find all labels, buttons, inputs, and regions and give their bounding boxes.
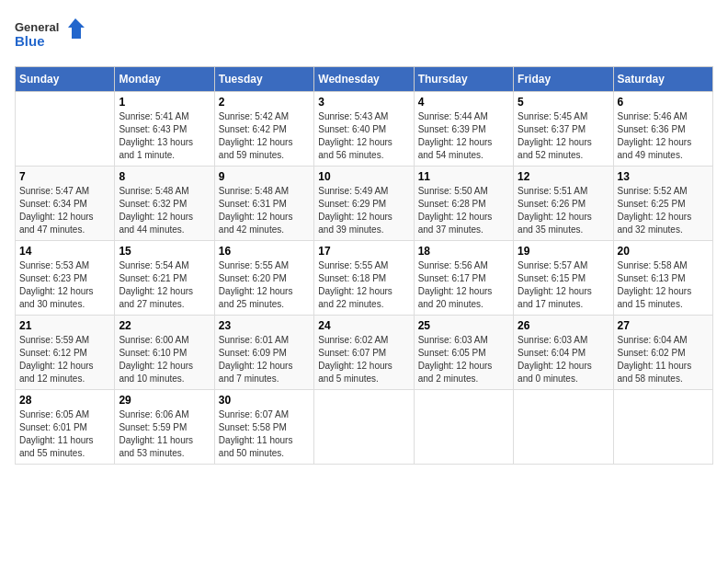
day-number: 17: [318, 245, 409, 258]
day-number: 18: [418, 245, 509, 258]
weekday-header-sunday: Sunday: [16, 67, 115, 92]
calendar-cell: 21Sunrise: 5:59 AMSunset: 6:12 PMDayligh…: [16, 316, 115, 390]
svg-text:Blue: Blue: [15, 33, 45, 49]
logo: General Blue: [15, 15, 88, 55]
day-info: Sunrise: 5:50 AMSunset: 6:28 PMDaylight:…: [418, 186, 493, 235]
day-info: Sunrise: 5:48 AMSunset: 6:32 PMDaylight:…: [119, 186, 193, 235]
calendar-cell: 12Sunrise: 5:51 AMSunset: 6:26 PMDayligh…: [514, 167, 613, 241]
day-number: 25: [418, 319, 509, 332]
calendar-cell: 25Sunrise: 6:03 AMSunset: 6:05 PMDayligh…: [414, 316, 513, 390]
day-info: Sunrise: 5:45 AMSunset: 6:37 PMDaylight:…: [518, 111, 592, 160]
day-number: 20: [618, 245, 709, 258]
week-row-2: 7Sunrise: 5:47 AMSunset: 6:34 PMDaylight…: [16, 167, 713, 241]
calendar-cell: 16Sunrise: 5:55 AMSunset: 6:20 PMDayligh…: [214, 241, 313, 316]
calendar-cell: 4Sunrise: 5:44 AMSunset: 6:39 PMDaylight…: [414, 92, 513, 167]
weekday-header-thursday: Thursday: [414, 67, 513, 92]
day-info: Sunrise: 5:47 AMSunset: 6:34 PMDaylight:…: [19, 186, 94, 235]
calendar-cell: 11Sunrise: 5:50 AMSunset: 6:28 PMDayligh…: [414, 167, 513, 241]
day-number: 27: [618, 319, 709, 332]
calendar-cell: 13Sunrise: 5:52 AMSunset: 6:25 PMDayligh…: [613, 167, 712, 241]
day-number: 28: [19, 394, 110, 407]
calendar-cell: 1Sunrise: 5:41 AMSunset: 6:43 PMDaylight…: [115, 92, 214, 167]
day-info: Sunrise: 6:01 AMSunset: 6:09 PMDaylight:…: [219, 335, 293, 384]
calendar-cell: 27Sunrise: 6:04 AMSunset: 6:02 PMDayligh…: [613, 316, 712, 390]
svg-marker-2: [68, 18, 85, 39]
weekday-header-friday: Friday: [514, 67, 613, 92]
calendar-cell: 29Sunrise: 6:06 AMSunset: 5:59 PMDayligh…: [115, 390, 214, 465]
day-number: 14: [19, 245, 110, 258]
day-number: 16: [219, 245, 310, 258]
calendar-cell: 10Sunrise: 5:49 AMSunset: 6:29 PMDayligh…: [314, 167, 414, 241]
week-row-1: 1Sunrise: 5:41 AMSunset: 6:43 PMDaylight…: [16, 92, 713, 167]
calendar-cell: 19Sunrise: 5:57 AMSunset: 6:15 PMDayligh…: [514, 241, 613, 316]
day-info: Sunrise: 5:56 AMSunset: 6:17 PMDaylight:…: [418, 260, 493, 309]
calendar-cell: 14Sunrise: 5:53 AMSunset: 6:23 PMDayligh…: [16, 241, 115, 316]
calendar-cell: 2Sunrise: 5:42 AMSunset: 6:42 PMDaylight…: [214, 92, 313, 167]
day-info: Sunrise: 5:42 AMSunset: 6:42 PMDaylight:…: [219, 111, 293, 160]
day-number: 29: [119, 394, 210, 407]
calendar-cell: 8Sunrise: 5:48 AMSunset: 6:32 PMDaylight…: [115, 167, 214, 241]
calendar-cell: 23Sunrise: 6:01 AMSunset: 6:09 PMDayligh…: [214, 316, 313, 390]
calendar-table: SundayMondayTuesdayWednesdayThursdayFrid…: [15, 66, 713, 465]
calendar-cell: 17Sunrise: 5:55 AMSunset: 6:18 PMDayligh…: [314, 241, 414, 316]
day-info: Sunrise: 6:02 AMSunset: 6:07 PMDaylight:…: [318, 335, 392, 384]
weekday-header-wednesday: Wednesday: [314, 67, 414, 92]
page-header: General Blue: [15, 15, 713, 55]
day-info: Sunrise: 5:59 AMSunset: 6:12 PMDaylight:…: [19, 335, 94, 384]
calendar-cell: 5Sunrise: 5:45 AMSunset: 6:37 PMDaylight…: [514, 92, 613, 167]
day-number: 5: [518, 96, 609, 109]
weekday-header-saturday: Saturday: [613, 67, 712, 92]
calendar-cell: 15Sunrise: 5:54 AMSunset: 6:21 PMDayligh…: [115, 241, 214, 316]
calendar-cell: 30Sunrise: 6:07 AMSunset: 5:58 PMDayligh…: [214, 390, 313, 465]
week-row-5: 28Sunrise: 6:05 AMSunset: 6:01 PMDayligh…: [16, 390, 713, 465]
day-info: Sunrise: 5:48 AMSunset: 6:31 PMDaylight:…: [219, 186, 293, 235]
day-info: Sunrise: 5:57 AMSunset: 6:15 PMDaylight:…: [518, 260, 592, 309]
calendar-cell: 22Sunrise: 6:00 AMSunset: 6:10 PMDayligh…: [115, 316, 214, 390]
calendar-cell: [414, 390, 513, 465]
calendar-cell: 6Sunrise: 5:46 AMSunset: 6:36 PMDaylight…: [613, 92, 712, 167]
day-info: Sunrise: 5:52 AMSunset: 6:25 PMDaylight:…: [618, 186, 692, 235]
svg-text:General: General: [15, 20, 59, 34]
day-number: 10: [318, 170, 409, 183]
day-info: Sunrise: 5:53 AMSunset: 6:23 PMDaylight:…: [19, 260, 94, 309]
day-info: Sunrise: 5:49 AMSunset: 6:29 PMDaylight:…: [318, 186, 392, 235]
day-info: Sunrise: 6:06 AMSunset: 5:59 PMDaylight:…: [119, 409, 193, 458]
day-number: 22: [119, 319, 210, 332]
day-number: 26: [518, 319, 609, 332]
day-number: 30: [219, 394, 310, 407]
day-info: Sunrise: 6:04 AMSunset: 6:02 PMDaylight:…: [618, 335, 692, 384]
day-number: 12: [518, 170, 609, 183]
calendar-cell: 26Sunrise: 6:03 AMSunset: 6:04 PMDayligh…: [514, 316, 613, 390]
calendar-cell: [514, 390, 613, 465]
day-info: Sunrise: 6:03 AMSunset: 6:04 PMDaylight:…: [518, 335, 592, 384]
day-number: 15: [119, 245, 210, 258]
day-info: Sunrise: 5:54 AMSunset: 6:21 PMDaylight:…: [119, 260, 193, 309]
week-row-3: 14Sunrise: 5:53 AMSunset: 6:23 PMDayligh…: [16, 241, 713, 316]
calendar-cell: 24Sunrise: 6:02 AMSunset: 6:07 PMDayligh…: [314, 316, 414, 390]
day-number: 21: [19, 319, 110, 332]
calendar-cell: 9Sunrise: 5:48 AMSunset: 6:31 PMDaylight…: [214, 167, 313, 241]
day-number: 19: [518, 245, 609, 258]
day-number: 3: [318, 96, 409, 109]
day-info: Sunrise: 5:46 AMSunset: 6:36 PMDaylight:…: [618, 111, 692, 160]
calendar-cell: 28Sunrise: 6:05 AMSunset: 6:01 PMDayligh…: [16, 390, 115, 465]
logo-icon: General Blue: [15, 15, 88, 55]
day-info: Sunrise: 5:51 AMSunset: 6:26 PMDaylight:…: [518, 186, 592, 235]
day-number: 1: [119, 96, 210, 109]
day-info: Sunrise: 5:58 AMSunset: 6:13 PMDaylight:…: [618, 260, 692, 309]
week-row-4: 21Sunrise: 5:59 AMSunset: 6:12 PMDayligh…: [16, 316, 713, 390]
weekday-header-monday: Monday: [115, 67, 214, 92]
day-number: 13: [618, 170, 709, 183]
day-number: 23: [219, 319, 310, 332]
weekday-header-tuesday: Tuesday: [214, 67, 313, 92]
day-info: Sunrise: 6:03 AMSunset: 6:05 PMDaylight:…: [418, 335, 493, 384]
day-info: Sunrise: 6:00 AMSunset: 6:10 PMDaylight:…: [119, 335, 193, 384]
calendar-cell: [16, 92, 115, 167]
day-info: Sunrise: 5:55 AMSunset: 6:18 PMDaylight:…: [318, 260, 392, 309]
day-number: 11: [418, 170, 509, 183]
day-number: 7: [19, 170, 110, 183]
calendar-cell: [613, 390, 712, 465]
calendar-cell: 18Sunrise: 5:56 AMSunset: 6:17 PMDayligh…: [414, 241, 513, 316]
day-number: 2: [219, 96, 310, 109]
calendar-cell: 20Sunrise: 5:58 AMSunset: 6:13 PMDayligh…: [613, 241, 712, 316]
